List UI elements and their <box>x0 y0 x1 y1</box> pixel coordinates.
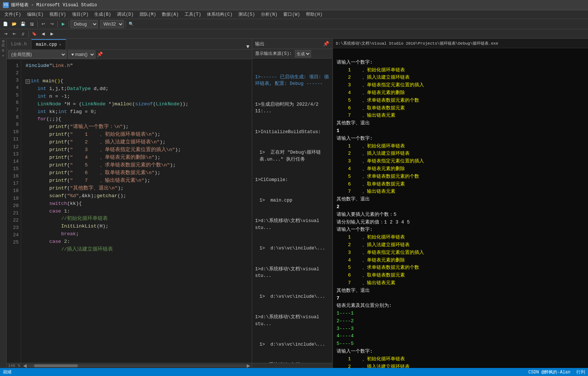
save-all-btn[interactable]: 🖫 <box>28 20 36 28</box>
sep2 <box>57 21 58 27</box>
status-right: CSDN @醉枫的-Alan 行列 <box>528 369 585 375</box>
tab-maincpp-label: main.cpp <box>36 42 57 47</box>
term-input-3: 7 <box>337 296 339 301</box>
output-source-label: 显示输出来源(S): <box>255 50 292 57</box>
toolbar-row2: ⇥ ⇤ // 🔖 ◀ ▶ <box>0 29 588 39</box>
output-line-10: 1> d:\vs\vc\include\... <box>255 293 329 300</box>
scroll-thumb <box>34 364 78 367</box>
scroll-left-btn[interactable]: ◀ <box>23 363 27 368</box>
output-pin-btn[interactable]: 📌 <box>323 41 329 46</box>
output-header: 输出 📌 <box>252 39 332 49</box>
pin-btn[interactable]: 📌 <box>97 52 103 57</box>
new-file-btn[interactable]: 📄 <box>1 20 10 28</box>
title-bar: VS 循环链表 - Microsoft Visual Studio <box>0 0 588 10</box>
term-input-2: 2 <box>337 204 339 210</box>
scroll-track[interactable] <box>27 364 247 367</box>
prev-bookmark-btn[interactable]: ◀ <box>39 30 47 38</box>
term-menu-4: 1 、初始化循环单链表 2 、插入法建立循环链表 3 、单链表指定元素位置的插入… <box>337 356 424 368</box>
terminal-title: D:\系统移动\文档\Visual Studio 2010\Projects\循… <box>333 39 588 48</box>
menu-edit[interactable]: 编辑(E) <box>24 11 47 18</box>
term-prompt-4: 其他数字、退出 <box>337 196 370 202</box>
zoom-level: 146 % <box>8 364 20 368</box>
debug-mode-dropdown[interactable]: Debug Release <box>71 20 98 28</box>
tab-maincpp[interactable]: main.cpp ✕ <box>31 39 66 49</box>
output-line-3: 1>InitializeBuildStatus: <box>255 129 329 136</box>
tabs-expand-btn[interactable]: ▼ <box>244 44 252 49</box>
tab-linkh[interactable]: Link.h <box>7 39 31 49</box>
output-source-select[interactable]: 生成 调试 <box>295 50 311 57</box>
terminal-content: 请输入一个数字: 1 、初始化循环单链表 2 、插入法建立循环链表 3 、单链表… <box>333 48 588 368</box>
solution-explorer-btn[interactable]: 🔍 <box>127 20 135 28</box>
sidebar-icon-4[interactable]: ✦ <box>2 53 4 58</box>
sidebar-icon-2[interactable]: ☰ <box>1 43 5 48</box>
menu-build[interactable]: 生成(B) <box>91 11 114 18</box>
indent-btn[interactable]: ⇥ <box>1 30 10 38</box>
term-menu-1: 1 、初始化循环单链表 2 、插入法建立循环链表 3 、单链表指定元素位置的插入… <box>337 67 424 119</box>
scroll-right-btn[interactable]: ▶ <box>247 363 250 368</box>
status-bar: 就绪 CSDN @醉枫的-Alan 行列 <box>0 368 588 376</box>
title-text: 循环链表 - Microsoft Visual Studio <box>11 2 97 8</box>
left-sidebar: ⊞ ☰ ⊟ ✦ <box>0 39 7 368</box>
menu-view[interactable]: 视图(V) <box>46 11 69 18</box>
term-prompt-3: 请输入一个数字: <box>337 136 373 141</box>
menu-file[interactable]: 文件(F) <box>1 11 24 18</box>
term-menu-2: 1 、初始化循环单链表 2 、插入法建立循环链表 3 、单链表指定元素位置的插入… <box>337 143 424 195</box>
scope-select[interactable]: (全局范围) <box>8 50 67 59</box>
output-line-4: 1> 正在对 "Debug\循环链表.un..." 执行任务 <box>255 149 329 163</box>
outdent-btn[interactable]: ⇤ <box>10 30 18 38</box>
output-line-2: 1>生成启动时间为 2022/4/2 11:... <box>255 101 329 115</box>
bookmark-btn[interactable]: 🔖 <box>30 30 38 38</box>
output-panel: 输出 📌 显示输出来源(S): 生成 调试 1>------ 已启动生成: 项目… <box>252 39 332 368</box>
code-editor[interactable]: 12345 678910 1112131415 1617181920 21222… <box>7 59 252 363</box>
output-line-7: 1>d:\系统移动\文档\visual stu... <box>255 218 329 232</box>
term-prompt-7: 请输入一个数字: <box>337 349 373 354</box>
menu-project[interactable]: 项目(P) <box>69 11 92 18</box>
output-line-6: 1> main.cpp <box>255 197 329 204</box>
output-content: 1>------ 已启动生成: 项目: 循环链表, 配置: Debug ----… <box>252 59 332 363</box>
save-btn[interactable]: 💾 <box>19 20 27 28</box>
tab-maincpp-close[interactable]: ✕ <box>59 42 61 47</box>
editor-tabs: Link.h main.cpp ✕ ▼ <box>7 39 252 50</box>
menu-window[interactable]: 窗口(W) <box>280 11 303 18</box>
toolbar-row1: 📄 📂 💾 🖫 ↩ ↪ ▶ Debug Release Win32 x64 🔍 <box>0 19 588 29</box>
next-bookmark-btn[interactable]: ▶ <box>48 30 56 38</box>
sidebar-icon-3[interactable]: ⊟ <box>2 48 4 53</box>
sep4 <box>125 21 126 27</box>
platform-dropdown[interactable]: Win32 x64 <box>100 20 124 28</box>
output-line-1: 1>------ 已启动生成: 项目: 循环链表, 配置: Debug ----… <box>255 74 329 88</box>
menu-arch[interactable]: 体系结构(C) <box>204 11 235 18</box>
run-btn[interactable]: ▶ <box>59 20 67 28</box>
term-input-1: 1 <box>337 128 339 134</box>
output-line-11: 1>d:\系统移动\文档\visual stu... <box>255 314 329 328</box>
term-menu-3: 1 、初始化循环单链表 2 、插入法建立循环链表 3 、单链表指定元素位置的插入… <box>337 234 424 286</box>
menu-team[interactable]: 团队(M) <box>137 11 159 18</box>
terminal-panel: D:\系统移动\文档\Visual Studio 2010\Projects\循… <box>332 39 588 368</box>
menu-test[interactable]: 测试(S) <box>235 11 258 18</box>
redo-btn[interactable]: ↪ <box>48 20 56 28</box>
code-content[interactable]: #include"Link.h" -int main(){ int i,j,t;… <box>21 59 252 363</box>
open-btn[interactable]: 📂 <box>10 20 18 28</box>
status-position: 行列 <box>576 369 585 375</box>
comment-btn[interactable]: // <box>19 30 27 38</box>
term-result-list: 1----1 2----2 3----3 4----4 5----5 <box>337 311 354 346</box>
function-select[interactable]: ♥ main() <box>68 50 95 59</box>
editor-scrollbar[interactable]: 146 % ◀ ▶ <box>7 363 252 368</box>
line-numbers: 12345 678910 1112131415 1617181920 21222… <box>7 59 21 363</box>
sidebar-icon-1[interactable]: ⊞ <box>1 40 5 42</box>
menu-debug[interactable]: 调试(D) <box>114 11 137 18</box>
vs-icon: VS <box>3 2 9 8</box>
tab-linkh-label: Link.h <box>11 42 27 47</box>
term-prompt-6: 其他数字、退出 <box>337 288 370 293</box>
term-prompt-1: 请输入一个数字: <box>337 60 373 65</box>
sep5 <box>29 31 29 37</box>
output-source-bar: 显示输出来源(S): 生成 调试 <box>252 49 332 59</box>
output-scrollbar[interactable] <box>252 363 332 368</box>
menu-data[interactable]: 数据(A) <box>159 11 182 18</box>
status-author: CSDN @醉枫的-Alan <box>528 369 570 375</box>
menu-help[interactable]: 帮助(H) <box>303 11 326 18</box>
undo-btn[interactable]: ↩ <box>39 20 47 28</box>
term-result-header: 链表元素及其位置分别为: <box>337 303 392 308</box>
menu-analyze[interactable]: 分析(N) <box>258 11 281 18</box>
output-line-5: 1>ClCompile: <box>255 177 329 184</box>
menu-tools[interactable]: 工具(T) <box>182 11 204 18</box>
